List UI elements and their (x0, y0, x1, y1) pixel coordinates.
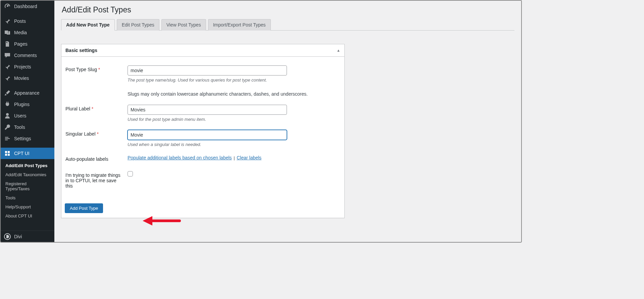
post-type-slug-input[interactable] (128, 65, 287, 76)
tab-add-new-post-type[interactable]: Add New Post Type (61, 19, 115, 31)
singular-label-help: Used when a singular label is needed. (128, 142, 340, 147)
add-post-type-button[interactable]: Add Post Type (65, 203, 103, 213)
required-marker: * (97, 131, 98, 137)
sidebar-item-label: Plugins (14, 102, 30, 107)
tab-edit-post-types[interactable]: Edit Post Types (117, 19, 159, 31)
plural-label-help: Used for the post type admin menu item. (128, 117, 340, 122)
admin-sidebar: Dashboard Posts Media Pages Comments Pro… (1, 1, 54, 242)
cptui-icon (4, 150, 11, 157)
sidebar-item-label: Posts (14, 18, 26, 24)
panel-header[interactable]: Basic settings ▲ (61, 44, 344, 57)
sidebar-item-users[interactable]: Users (1, 110, 54, 121)
sidebar-item-label: Appearance (14, 90, 40, 96)
clear-labels-link[interactable]: Clear labels (237, 155, 261, 160)
sidebar-item-label: Users (14, 113, 27, 118)
pin-icon (4, 75, 11, 82)
panel-collapse-icon: ▲ (337, 48, 340, 52)
brush-icon (4, 90, 11, 96)
singular-label-label: Singular Label (65, 131, 96, 137)
required-marker: * (92, 106, 93, 111)
post-type-slug-note: Slugs may only contain lowercase alphanu… (128, 91, 340, 97)
sidebar-item-label: Dashboard (14, 4, 37, 9)
sidebar-item-dashboard[interactable]: Dashboard (1, 1, 54, 12)
sidebar-item-comments[interactable]: Comments (1, 50, 54, 61)
tab-view-post-types[interactable]: View Post Types (161, 19, 206, 31)
link-separator: | (232, 155, 237, 160)
sidebar-item-movies[interactable]: Movies (1, 72, 54, 84)
sidebar-item-label: Tools (14, 124, 25, 130)
wrench-icon (4, 124, 11, 131)
post-type-slug-help: The post type name/slug. Used for variou… (128, 78, 340, 83)
migrate-checkbox[interactable] (128, 171, 133, 177)
autopopulate-label: Auto-populate labels (65, 156, 108, 162)
sidebar-sub-help-support[interactable]: Help/Support (1, 202, 54, 211)
sidebar-item-posts[interactable]: Posts (1, 15, 54, 27)
sidebar-item-appearance[interactable]: Appearance (1, 87, 54, 99)
tab-bar: Add New Post Type Edit Post Types View P… (61, 19, 514, 31)
sidebar-item-settings[interactable]: Settings (1, 133, 54, 144)
pin-icon (4, 63, 11, 70)
content-area: Add/Edit Post Types Add New Post Type Ed… (54, 1, 521, 242)
plural-label-input[interactable] (128, 105, 287, 115)
plug-icon (4, 101, 11, 108)
sidebar-item-tools[interactable]: Tools (1, 121, 54, 133)
populate-labels-link[interactable]: Populate additional labels based on chos… (128, 155, 232, 160)
sidebar-sub-about-cptui[interactable]: About CPT UI (1, 211, 54, 220)
sidebar-sub-tools[interactable]: Tools (1, 193, 54, 202)
sidebar-item-label: Divi (14, 234, 22, 239)
pages-icon (4, 41, 11, 47)
sidebar-item-cptui[interactable]: CPT UI (1, 148, 54, 159)
panel-title: Basic settings (65, 48, 97, 53)
sidebar-item-projects[interactable]: Projects (1, 61, 54, 72)
sidebar-item-label: CPT UI (14, 151, 30, 156)
sidebar-item-label: Media (14, 30, 27, 35)
media-icon (4, 29, 11, 36)
sidebar-submenu-cptui: Add/Edit Post Types Add/Edit Taxonomies … (1, 159, 54, 224)
sliders-icon (4, 135, 11, 142)
sidebar-item-label: Settings (14, 136, 31, 141)
plural-label-label: Plural Label (65, 106, 90, 111)
migrate-label: I'm trying to migrate things in to CPTUI… (65, 172, 120, 189)
sidebar-sub-add-edit-post-types[interactable]: Add/Edit Post Types (1, 161, 54, 170)
sidebar-item-label: Movies (14, 76, 29, 81)
sidebar-item-label: Projects (14, 64, 31, 69)
sidebar-item-plugins[interactable]: Plugins (1, 99, 54, 110)
page-title: Add/Edit Post Types (62, 5, 514, 14)
divi-icon (4, 233, 11, 240)
dashboard-icon (4, 3, 11, 10)
basic-settings-panel: Basic settings ▲ Post Type Slug * The po… (61, 44, 345, 218)
sidebar-item-media[interactable]: Media (1, 27, 54, 38)
tab-import-export-post-types[interactable]: Import/Export Post Types (208, 19, 271, 31)
user-icon (4, 112, 11, 119)
sidebar-item-divi[interactable]: Divi (1, 231, 54, 242)
sidebar-sub-add-edit-taxonomies[interactable]: Add/Edit Taxonomies (1, 170, 54, 179)
sidebar-item-label: Pages (14, 41, 28, 47)
post-type-slug-label: Post Type Slug (65, 67, 97, 72)
comments-icon (4, 52, 11, 59)
sidebar-item-label: Comments (14, 53, 37, 58)
pin-icon (4, 18, 11, 24)
sidebar-sub-registered-types[interactable]: Registered Types/Taxes (1, 179, 54, 193)
sidebar-item-pages[interactable]: Pages (1, 38, 54, 50)
required-marker: * (98, 67, 100, 72)
singular-label-input[interactable] (128, 130, 287, 140)
